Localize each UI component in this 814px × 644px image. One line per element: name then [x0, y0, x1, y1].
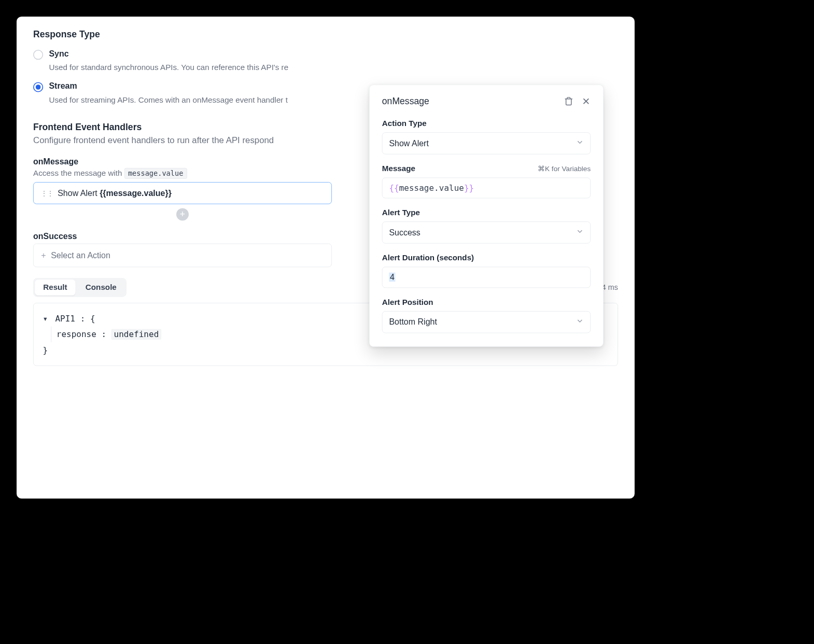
tabs: Result Console — [33, 278, 127, 297]
tab-result[interactable]: Result — [35, 279, 75, 295]
select-value: Show Alert — [389, 138, 428, 148]
result-value: undefined — [111, 329, 161, 340]
radio-option-sync[interactable]: Sync — [33, 49, 618, 60]
alert-duration-input[interactable]: 4 — [382, 267, 591, 288]
popover-title: onMessage — [382, 96, 429, 107]
select-action-button[interactable]: + Select an Action — [33, 244, 332, 268]
chevron-down-icon — [576, 228, 583, 237]
result-root: API1 — [55, 314, 75, 324]
tree-collapse-icon[interactable]: ▾ — [43, 314, 48, 324]
radio-desc: Used for standard synchronous APIs. You … — [49, 63, 618, 73]
brace-open: : { — [75, 314, 95, 324]
drag-handle-icon[interactable]: ⋮⋮ — [40, 189, 54, 198]
field-message: Message ⌘K for Variables {{message.value… — [382, 164, 591, 199]
radio-label: Stream — [49, 81, 77, 91]
field-alert-duration: Alert Duration (seconds) 4 — [382, 254, 591, 288]
chevron-down-icon — [576, 138, 583, 148]
field-alert-position: Alert Position Bottom Right — [382, 298, 591, 333]
radio-icon — [33, 50, 43, 60]
onmessage-action-card[interactable]: ⋮⋮ Show Alert {{message.value}} — [33, 182, 332, 204]
variables-hint: ⌘K for Variables — [538, 164, 591, 174]
message-input[interactable]: {{message.value}} — [382, 177, 591, 198]
duration-value: 4 — [389, 273, 395, 282]
select-value: Success — [389, 228, 420, 237]
select-value: Bottom Right — [389, 317, 437, 327]
action-text: Show Alert — [58, 188, 100, 198]
alert-position-select[interactable]: Bottom Right — [382, 311, 591, 333]
alert-type-select[interactable]: Success — [382, 221, 591, 243]
select-action-label: Select an Action — [51, 250, 110, 260]
action-type-select[interactable]: Show Alert — [382, 132, 591, 154]
onmessage-popover: onMessage Action Type Show Alert M — [369, 85, 604, 347]
popover-header: onMessage — [382, 96, 591, 107]
field-alert-type: Alert Type Success — [382, 208, 591, 244]
trash-icon[interactable] — [564, 96, 573, 106]
response-type-title: Response Type — [33, 29, 618, 40]
tab-console[interactable]: Console — [77, 279, 125, 295]
radio-icon — [33, 82, 43, 92]
add-action-button[interactable]: + — [176, 208, 189, 221]
action-expression: {{message.value}} — [100, 188, 172, 198]
close-icon[interactable] — [582, 96, 591, 106]
plus-icon: + — [41, 250, 46, 260]
code-chip: message.value — [124, 168, 187, 179]
chevron-down-icon — [576, 317, 583, 327]
radio-label: Sync — [49, 49, 68, 58]
result-key: response — [57, 329, 96, 339]
field-action-type: Action Type Show Alert — [382, 119, 591, 155]
brace-close: } — [43, 345, 48, 355]
app-panel: Response Type Sync Used for standard syn… — [17, 17, 635, 499]
